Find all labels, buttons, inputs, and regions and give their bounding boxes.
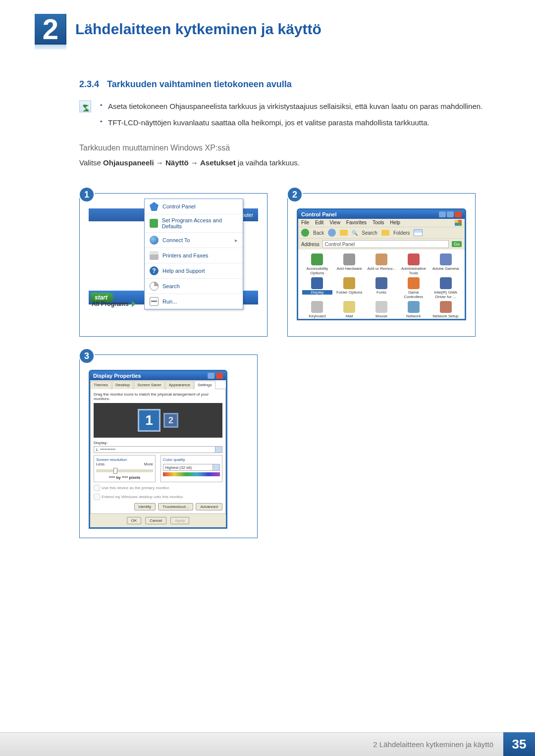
display-properties-window: Display Properties Themes Desktop Screen…	[89, 370, 227, 529]
cp-icon-ms: Mouse	[367, 301, 397, 319]
menu-item-label: Search	[162, 283, 180, 289]
settings-description: Drag the monitor icons to match the phys…	[94, 392, 222, 401]
printer-icon	[150, 251, 159, 260]
go-button: Go	[452, 241, 462, 247]
screen-resolution-group: Screen resolution LessMore **** by **** …	[94, 455, 156, 482]
section-heading: 2.3.4 Tarkkuuden vaihtaminen tietokoneen…	[79, 79, 500, 90]
note-list: Aseta tietokoneen Ohjauspaneelista tarkk…	[100, 101, 500, 134]
section-title: Tarkkuuden vaihtaminen tietokoneen avull…	[107, 79, 292, 90]
ar-icon	[375, 253, 387, 265]
folders-label: Folders	[393, 230, 410, 236]
kb-icon	[311, 301, 323, 313]
icon-label: Network Setup Wizard	[430, 314, 461, 319]
help-icon	[208, 373, 214, 379]
step-badge-3: 3	[79, 348, 95, 364]
icon-label: Network Connections	[398, 314, 428, 319]
subheading: Tarkkuuden muuttaminen Windows XP:ssä	[79, 144, 500, 152]
tab-row: Themes Desktop Screen Saver Appearance S…	[90, 380, 226, 389]
back-label: Back	[313, 230, 324, 236]
icon-label: Game Controllers	[398, 290, 428, 299]
icon-label: Intel(R) GMA Driver for ...	[430, 290, 461, 299]
control-panel-icon	[150, 202, 159, 211]
section-number: 2.3.4	[79, 79, 99, 90]
apply-button: Apply	[170, 517, 189, 524]
acc-icon	[311, 253, 323, 265]
ag-icon	[440, 253, 452, 265]
icon-label: Administrative Tools	[398, 266, 428, 275]
window-titlebar: Control Panel	[298, 210, 465, 219]
window-title: Display Properties	[93, 373, 141, 379]
tab-settings: Settings	[194, 381, 215, 389]
note-item: Aseta tietokoneen Ohjauspaneelista tarkk…	[100, 101, 500, 112]
fo-icon	[343, 277, 355, 289]
access-defaults-icon	[150, 219, 158, 228]
icon-label: Mail	[334, 314, 365, 318]
toolbar: Back 🔍Search Folders	[298, 227, 465, 239]
menu-tools: Tools	[373, 220, 384, 226]
display-value: 1. **********	[96, 448, 115, 452]
up-folder-icon	[340, 230, 348, 236]
troubleshoot-button: Troubleshoot...	[158, 503, 193, 510]
search-icon: 🔍	[352, 230, 358, 236]
forward-icon	[328, 229, 336, 237]
back-icon	[301, 229, 309, 237]
checkbox-label: Use this device as the primary monitor.	[102, 486, 170, 490]
search-label: Search	[362, 230, 377, 236]
screenshot-step-2: 2 Control Panel File Edit View Favorites…	[287, 193, 476, 337]
ml-icon	[343, 301, 355, 313]
icon-label: Mouse	[367, 314, 397, 318]
cp-icon-ft: Fonts	[367, 277, 397, 299]
tab-themes: Themes	[90, 381, 111, 389]
dp-icon	[311, 277, 323, 289]
note-item: TFT-LCD-näyttöjen kuvanlaatu saattaa oll…	[100, 117, 500, 128]
monitor-2: 2	[163, 413, 178, 428]
checkbox-primary: Use this device as the primary monitor.	[94, 485, 222, 491]
tab-desktop: Desktop	[112, 381, 133, 389]
chevron-down-icon	[213, 464, 219, 470]
dialog-footer: OK Cancel Apply	[90, 514, 226, 527]
menu-item-label: Printers and Faxes	[162, 252, 208, 258]
note-icon	[79, 101, 91, 112]
ns-icon	[440, 301, 452, 313]
menu-item-label: Connect To	[162, 237, 190, 243]
menu-help: Help	[390, 220, 400, 226]
checkbox	[94, 485, 100, 491]
slider-handle	[113, 468, 117, 474]
gc-icon	[408, 277, 420, 289]
address-value: Control Panel	[325, 242, 355, 247]
menu-item-label: Run...	[162, 299, 177, 304]
icon-label: Keyboard	[302, 314, 332, 318]
color-select: Highest (32 bit)	[163, 464, 220, 471]
display-select: 1. **********	[94, 446, 222, 453]
icon-label: Add or Remov...	[367, 266, 397, 271]
cp-icon-dp: Display	[302, 277, 332, 299]
icon-label: Folder Options	[334, 290, 365, 295]
color-value: Highest (32 bit)	[165, 465, 192, 470]
close-icon	[455, 211, 462, 217]
screenshot-step-1: 1 All Programs Control Panel Set Program…	[79, 193, 268, 337]
color-spectrum	[163, 472, 220, 476]
close-icon	[216, 373, 223, 379]
connect-icon	[150, 236, 159, 245]
address-bar: Address Control Panel Go	[298, 239, 465, 250]
resolution-slider	[96, 469, 153, 472]
ig-icon	[440, 277, 452, 289]
address-label: Address	[301, 242, 320, 247]
instruction-suffix: ja vaihda tarkkuus.	[238, 158, 300, 167]
monitor-arrangement: 1 2	[94, 403, 222, 438]
menu-view: View	[329, 220, 340, 226]
folders-icon	[381, 230, 389, 236]
menu-item-label: Control Panel	[162, 203, 196, 209]
chapter-number-badge: 2	[35, 14, 66, 45]
cp-icon-kb: Keyboard	[302, 301, 332, 319]
cp-icon-at: Administrative Tools	[398, 253, 428, 275]
advanced-button: Advanced	[196, 503, 222, 510]
menu-item-label: Help and Support	[162, 268, 205, 274]
arrow-icon: →	[156, 158, 165, 167]
control-panel-icons: Accessibility OptionsAdd HardwareAdd or …	[298, 250, 465, 319]
instruction-text: Valitse Ohjauspaneeli → Näyttö → Asetuks…	[79, 157, 500, 169]
color-legend: Color quality	[163, 457, 220, 462]
screenshot-step-3: 3 Display Properties Themes Desktop Scre…	[79, 354, 258, 538]
icon-label: Display	[302, 290, 332, 295]
icon-label: Fonts	[367, 290, 397, 295]
